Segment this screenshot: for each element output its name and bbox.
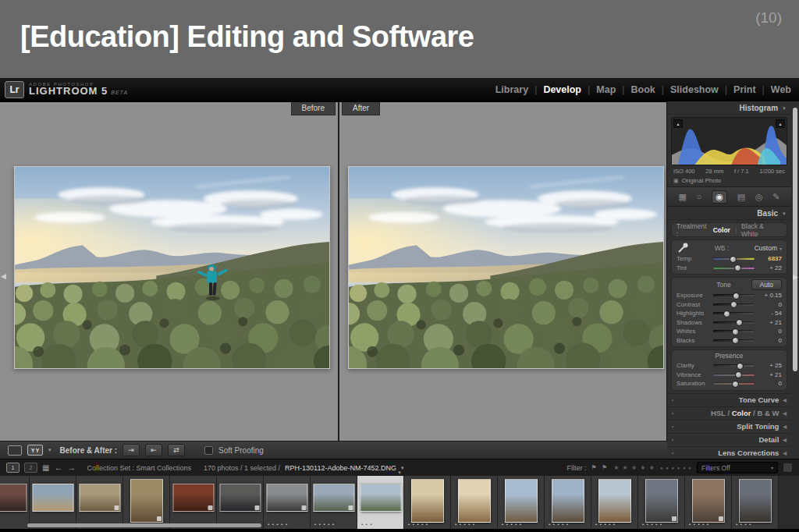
before-tab[interactable]: Before	[291, 102, 336, 115]
thumb-image[interactable]	[172, 484, 214, 512]
filmstrip-thumb-ruins-kiva[interactable]: • •	[123, 476, 170, 529]
basic-header[interactable]: Basic ▼	[667, 207, 791, 220]
after-photo[interactable]	[348, 166, 664, 369]
slider-knob-clarity[interactable]	[737, 363, 744, 370]
module-tab-web[interactable]: Web	[771, 84, 791, 95]
swap-before-after-icon[interactable]: ⇄	[168, 444, 185, 456]
flag-filter-icons[interactable]: ⚑ ⚑	[591, 464, 609, 471]
slider-track-tint[interactable]	[713, 267, 755, 269]
wb-eyedropper-icon[interactable]	[676, 242, 689, 254]
thumb-image[interactable]	[552, 479, 584, 523]
slider-knob-shadows[interactable]	[736, 319, 743, 326]
split-toning-section[interactable]: ▪ Split Toning ◀	[667, 420, 791, 433]
filmstrip-thumb-dusk[interactable]: • • • •	[732, 476, 779, 529]
highlight-clipping-icon[interactable]: ▲	[776, 119, 785, 128]
go-forward-icon[interactable]: →	[67, 463, 76, 472]
go-back-icon[interactable]: ←	[54, 463, 62, 472]
before-after-view-icon[interactable]: Y Y	[27, 445, 43, 456]
filmstrip-thumb-orange-hills[interactable]: • • • • •	[591, 476, 638, 529]
slider-track-whites[interactable]	[713, 330, 755, 332]
loupe-view-icon[interactable]	[8, 445, 22, 456]
thumb-image[interactable]	[692, 479, 725, 523]
thumb-image[interactable]	[130, 479, 163, 523]
module-tab-book[interactable]: Book	[631, 84, 655, 95]
adjustment-brush-icon[interactable]: ✎	[772, 193, 779, 201]
thumb-image[interactable]	[0, 484, 27, 512]
filmstrip-scrollbar[interactable]	[27, 523, 261, 527]
lens-corrections-section[interactable]: ▪ Lens Corrections ◀	[667, 446, 791, 459]
shadow-clipping-icon[interactable]: ▲	[673, 119, 683, 128]
before-photo[interactable]	[14, 166, 330, 369]
filmstrip-thumb-dark-clouds[interactable]: • • • • •	[638, 476, 685, 529]
panel-toggle-icon[interactable]: ▪	[672, 451, 673, 456]
filmstrip-thumb-desert-vista[interactable]: • • • • •	[30, 476, 76, 529]
slider-knob-vibrance[interactable]	[735, 371, 742, 378]
red-eye-correction-icon[interactable]: ◉	[712, 190, 727, 204]
thumb-image[interactable]	[219, 484, 261, 512]
selected-filename[interactable]: RPH-130112-Adobe-NM-7452.DNG	[285, 464, 396, 472]
after-tab[interactable]: After	[342, 102, 380, 115]
filter-toggle-icon[interactable]	[783, 463, 793, 473]
thumb-image[interactable]	[32, 484, 73, 512]
panel-toggle-icon[interactable]: ▪	[672, 411, 673, 416]
filters-off-dropdown[interactable]: Filters Off ▾	[697, 462, 778, 473]
tone-curve-section[interactable]: ▪ Tone Curve ◀	[667, 393, 791, 406]
filmstrip-toggle-icon[interactable]: ▼	[397, 470, 402, 475]
filmstrip-thumb-sunset-clouds[interactable]: • • • • •	[685, 476, 732, 529]
copy-before-to-after-icon[interactable]: ⇥	[123, 444, 140, 456]
thumb-image[interactable]	[645, 479, 678, 523]
star-filter-icons[interactable]: ★ ★ ★ ★ ★	[613, 464, 655, 471]
graduated-filter-icon[interactable]: ▤	[737, 193, 745, 201]
thumb-image[interactable]	[79, 484, 120, 512]
thumb-image[interactable]	[266, 484, 307, 512]
hsl-color-bw-section[interactable]: ▪ HSL / Color / B & W ◀	[667, 406, 791, 420]
thumb-image[interactable]	[458, 479, 491, 523]
filmstrip-thumb-rock-closeup[interactable]: •	[0, 476, 30, 529]
histogram[interactable]: ▲ ▲	[671, 117, 787, 165]
slider-knob-blacks[interactable]	[732, 337, 739, 344]
slider-track-clarity[interactable]	[713, 364, 755, 367]
copy-after-to-before-icon[interactable]: ⇤	[145, 444, 162, 456]
spot-removal-icon[interactable]: ○	[697, 193, 702, 201]
filmstrip-thumb-green-valley[interactable]: • • • • •	[311, 476, 357, 529]
module-tab-slideshow[interactable]: Slideshow	[670, 84, 719, 95]
soft-proofing-checkbox[interactable]	[204, 446, 213, 455]
filmstrip-thumb-mountain-shadow[interactable]: • • • • •	[545, 476, 591, 529]
color-filter-icons[interactable]: ● ● ● ● ● ●	[660, 466, 692, 470]
panel-toggle-icon[interactable]: ▪	[672, 424, 673, 429]
slider-knob-temp[interactable]	[730, 256, 737, 263]
thumb-image[interactable]	[739, 479, 772, 523]
left-panel-expand-icon[interactable]: ◀	[1, 272, 6, 280]
slider-track-exposure[interactable]	[713, 294, 755, 296]
filmstrip-thumb-hazy-sun[interactable]: • • • • •	[451, 476, 498, 529]
main-window-icon[interactable]: 1	[6, 463, 20, 473]
thumb-image[interactable]	[505, 479, 538, 523]
view-mode-caret-icon[interactable]: ▾	[48, 447, 51, 453]
right-panel-collapse-icon[interactable]: ▶	[793, 273, 798, 281]
module-tab-print[interactable]: Print	[733, 84, 755, 95]
slider-knob-whites[interactable]	[732, 328, 739, 335]
slider-knob-saturation[interactable]	[732, 381, 739, 388]
thumb-image[interactable]	[411, 479, 444, 523]
detail-section[interactable]: ▪ Detail ◀	[667, 433, 791, 446]
filmstrip-thumb-red-rock[interactable]: • •	[170, 476, 217, 529]
filmstrip-thumb-sunburst-hills[interactable]: • • • • •	[404, 476, 451, 529]
filmstrip-thumb-blue-sky-mountains[interactable]: • • • • •	[498, 476, 545, 529]
treatment-bw-option[interactable]: Black & White	[741, 222, 780, 238]
slider-knob-exposure[interactable]	[733, 293, 740, 300]
module-tab-develop[interactable]: Develop	[543, 84, 581, 95]
thumb-image[interactable]	[313, 484, 354, 512]
slider-track-vibrance[interactable]	[713, 374, 755, 376]
filmstrip-thumb-storm-sky[interactable]: • • • • •	[264, 476, 311, 529]
slider-knob-tint[interactable]	[734, 264, 741, 271]
thumb-image[interactable]	[360, 484, 401, 512]
slider-track-contrast[interactable]	[713, 303, 755, 306]
module-tab-map[interactable]: Map	[596, 84, 616, 95]
panel-scrollbar[interactable]	[793, 108, 797, 371]
module-tab-library[interactable]: Library	[495, 84, 528, 95]
slider-knob-contrast[interactable]	[730, 301, 737, 308]
radial-filter-icon[interactable]: ◎	[755, 193, 763, 201]
wb-preset-dropdown[interactable]: Custom ▾	[755, 244, 782, 252]
crop-overlay-icon[interactable]: ▦	[678, 193, 686, 201]
filmstrip-thumb-machinery[interactable]: • •	[217, 476, 264, 529]
